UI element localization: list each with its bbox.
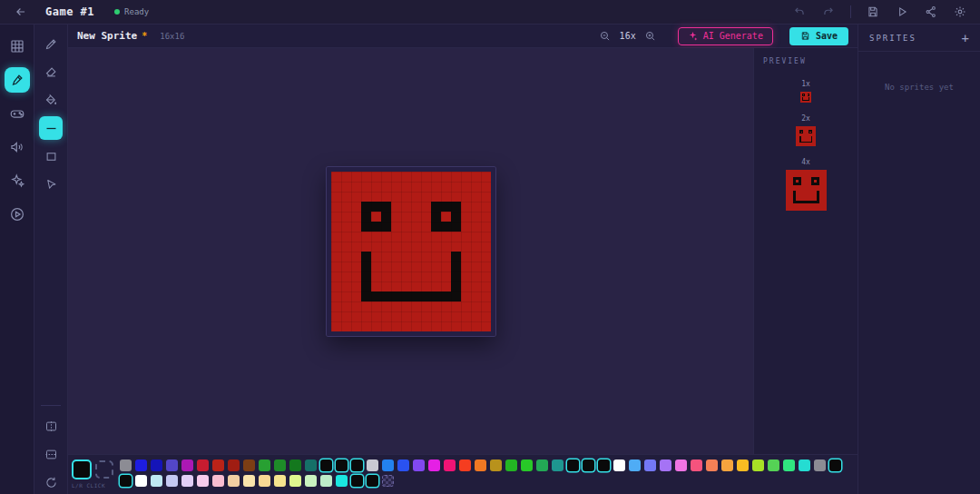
tool-flip-horizontal[interactable] bbox=[39, 414, 63, 438]
tool-rectangle[interactable] bbox=[39, 144, 63, 168]
sidebar-item-tilemap[interactable] bbox=[5, 34, 30, 59]
palette-swatch[interactable] bbox=[320, 475, 332, 487]
tool-pencil[interactable] bbox=[39, 32, 63, 55]
undo-icon bbox=[793, 5, 806, 18]
palette-swatch[interactable] bbox=[397, 459, 409, 471]
palette-swatch[interactable] bbox=[367, 459, 378, 471]
add-sprite-button[interactable]: + bbox=[962, 32, 969, 44]
palette-swatch[interactable] bbox=[459, 459, 471, 471]
ai-generate-button[interactable]: AI Generate bbox=[678, 27, 773, 45]
eraser-icon bbox=[44, 65, 58, 79]
palette-swatch[interactable] bbox=[274, 475, 286, 487]
redo-button[interactable] bbox=[821, 5, 836, 19]
palette-swatch[interactable] bbox=[274, 459, 286, 471]
palette-swatch[interactable] bbox=[737, 459, 749, 471]
sidebar-item-game[interactable] bbox=[5, 101, 30, 126]
palette-swatch[interactable] bbox=[181, 475, 193, 487]
palette-swatch[interactable] bbox=[120, 475, 132, 487]
tool-fill[interactable] bbox=[39, 88, 63, 112]
palette-swatch[interactable] bbox=[706, 459, 718, 471]
sprite-canvas[interactable] bbox=[327, 167, 495, 336]
palette-swatch[interactable] bbox=[752, 459, 764, 471]
palette-swatch[interactable] bbox=[228, 475, 240, 487]
zoom-in-button[interactable] bbox=[643, 29, 658, 44]
palette-swatch[interactable] bbox=[691, 459, 702, 471]
palette-swatch[interactable] bbox=[197, 459, 209, 471]
palette-swatch[interactable] bbox=[783, 459, 795, 471]
palette-swatch[interactable] bbox=[660, 459, 671, 471]
palette-swatch[interactable] bbox=[413, 459, 425, 471]
play-button[interactable] bbox=[895, 5, 909, 19]
share-button[interactable] bbox=[924, 5, 938, 19]
palette-swatch[interactable] bbox=[212, 459, 224, 471]
palette-swatch[interactable] bbox=[521, 459, 533, 471]
palette-swatch[interactable] bbox=[166, 459, 178, 471]
tool-flip-vertical[interactable] bbox=[39, 442, 63, 466]
palette-swatch[interactable] bbox=[151, 459, 162, 471]
palette-swatch[interactable] bbox=[228, 459, 240, 471]
sidebar-item-run[interactable] bbox=[5, 202, 30, 227]
save-floppy-icon bbox=[800, 31, 810, 41]
tool-select[interactable] bbox=[39, 173, 63, 196]
palette-swatch[interactable] bbox=[181, 459, 193, 471]
palette-swatch[interactable] bbox=[135, 459, 147, 471]
main-sidebar bbox=[0, 25, 34, 494]
palette-swatch[interactable] bbox=[598, 459, 610, 471]
palette-swatch[interactable] bbox=[814, 459, 826, 471]
palette-swatch[interactable] bbox=[305, 459, 317, 471]
palette-swatch[interactable] bbox=[490, 459, 502, 471]
settings-button[interactable] bbox=[953, 5, 967, 19]
palette-swatch[interactable] bbox=[120, 459, 132, 471]
palette-swatch[interactable] bbox=[799, 459, 810, 471]
palette-swatch[interactable] bbox=[505, 459, 517, 471]
palette-swatch[interactable] bbox=[629, 459, 641, 471]
palette-swatch[interactable] bbox=[135, 475, 147, 487]
sidebar-item-audio[interactable] bbox=[5, 134, 30, 160]
palette-swatch[interactable] bbox=[336, 475, 348, 487]
palette-swatch[interactable] bbox=[552, 459, 564, 471]
sidebar-item-effects[interactable] bbox=[5, 168, 30, 193]
palette-swatch[interactable] bbox=[151, 475, 162, 487]
sidebar-item-sprite-editor[interactable] bbox=[5, 67, 30, 93]
palette-swatch[interactable] bbox=[351, 475, 363, 487]
save-sprite-button[interactable]: Save bbox=[789, 27, 848, 45]
palette-swatch[interactable] bbox=[675, 459, 687, 471]
tool-line[interactable] bbox=[39, 116, 63, 140]
palette-swatch[interactable] bbox=[382, 475, 394, 487]
tool-rotate[interactable] bbox=[39, 470, 63, 494]
palette-swatch[interactable] bbox=[444, 459, 456, 471]
primary-color-swatch[interactable] bbox=[72, 459, 92, 479]
palette-swatch[interactable] bbox=[289, 459, 301, 471]
back-button[interactable] bbox=[13, 4, 29, 20]
palette-swatch[interactable] bbox=[428, 459, 440, 471]
palette-swatch[interactable] bbox=[829, 459, 841, 471]
palette-swatch[interactable] bbox=[243, 459, 255, 471]
palette-swatch[interactable] bbox=[644, 459, 656, 471]
palette-swatch[interactable] bbox=[259, 475, 270, 487]
palette-swatch[interactable] bbox=[583, 459, 594, 471]
palette-swatch[interactable] bbox=[212, 475, 224, 487]
secondary-color-swatch[interactable] bbox=[95, 460, 113, 479]
palette-swatch[interactable] bbox=[305, 475, 317, 487]
palette-swatch[interactable] bbox=[289, 475, 301, 487]
palette-swatch[interactable] bbox=[768, 459, 779, 471]
palette-swatch[interactable] bbox=[336, 459, 348, 471]
palette-swatch[interactable] bbox=[721, 459, 733, 471]
palette-swatch[interactable] bbox=[475, 459, 486, 471]
palette-swatch[interactable] bbox=[243, 475, 255, 487]
palette-swatch[interactable] bbox=[536, 459, 548, 471]
tool-eraser[interactable] bbox=[39, 60, 63, 84]
palette-swatch[interactable] bbox=[259, 459, 270, 471]
palette-swatch[interactable] bbox=[613, 459, 625, 471]
palette-swatch[interactable] bbox=[320, 459, 332, 471]
undo-button[interactable] bbox=[792, 5, 807, 19]
palette-swatch[interactable] bbox=[197, 475, 209, 487]
palette-swatch[interactable] bbox=[367, 475, 378, 487]
palette-swatch[interactable] bbox=[166, 475, 178, 487]
palette-swatch[interactable] bbox=[351, 459, 363, 471]
palette-swatch[interactable] bbox=[382, 459, 394, 471]
save-project-button[interactable] bbox=[866, 5, 880, 19]
palette-swatch[interactable] bbox=[567, 459, 579, 471]
zoom-out-button[interactable] bbox=[598, 29, 612, 44]
game-title: Game #1 bbox=[45, 5, 94, 18]
